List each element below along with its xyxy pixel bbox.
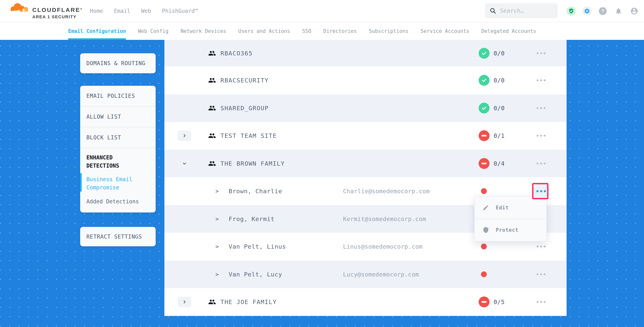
- context-menu-label: Edit: [496, 205, 509, 211]
- user-chevron: >: [216, 271, 219, 278]
- sidebar-card-domains-routing[interactable]: DOMAINS & ROUTING: [80, 53, 156, 73]
- user-name: Van Pelt, Linus: [228, 243, 286, 250]
- status-dot-blocked: [481, 271, 487, 277]
- sidebar-item-retract-settings[interactable]: RETRACT SETTINGS: [86, 234, 142, 240]
- status-badge-ok: [478, 103, 490, 113]
- nav-link-web[interactable]: Web: [141, 8, 151, 14]
- search-box[interactable]: [485, 3, 558, 18]
- table-row-group-shared-group[interactable]: SHARED_GROUP 0/0: [164, 94, 566, 122]
- nav-link-phishguard[interactable]: PhishGuard™: [162, 8, 198, 14]
- group-icon: [208, 49, 216, 57]
- protection-count: 0/0: [494, 105, 505, 111]
- status-badge-ok: [478, 75, 490, 86]
- content-area: DOMAINS & ROUTING EMAIL POLICIES ALLOW L…: [0, 40, 644, 327]
- group-icon: [208, 76, 216, 84]
- help-icon[interactable]: ?: [598, 6, 608, 16]
- table-row-group-the-joe-family[interactable]: THE JOE FAMILY 0/5: [164, 288, 566, 316]
- status-badge-ok: [478, 48, 490, 59]
- tab-email-configuration[interactable]: Email Configuration: [68, 22, 126, 40]
- context-menu-item-edit[interactable]: Edit: [475, 197, 546, 219]
- avatar-icon[interactable]: [630, 6, 639, 16]
- header-nav: Home Email Web PhishGuard™: [90, 0, 198, 22]
- user-name: Frog, Kermit: [228, 215, 274, 222]
- group-icon: [208, 104, 216, 112]
- row-menu-button[interactable]: [533, 45, 549, 61]
- row-menu-button-open[interactable]: [533, 183, 549, 199]
- row-menu-button[interactable]: [533, 294, 549, 310]
- header-icons: ?: [566, 0, 639, 22]
- tab-sso[interactable]: SSO: [302, 22, 311, 40]
- protection-count: 0/4: [494, 160, 505, 167]
- status-badge-blocked: [478, 297, 490, 307]
- table-row-group-rbacsecurity[interactable]: RBACSECURITY 0/0: [164, 66, 566, 94]
- chevron-right-icon: [182, 300, 186, 304]
- protection-count: 0/0: [494, 50, 505, 56]
- context-menu-label: Protect: [496, 227, 518, 233]
- group-name: RBACO365: [220, 50, 252, 57]
- status-badge-blocked: [478, 158, 490, 169]
- nav-link-home[interactable]: Home: [90, 8, 103, 14]
- expand-row-button[interactable]: [178, 297, 191, 307]
- sidebar-item-domains-routing[interactable]: DOMAINS & ROUTING: [86, 60, 146, 66]
- collapse-row-button[interactable]: [178, 158, 191, 169]
- section-tabbar: Email Configuration Web Config Network D…: [0, 22, 644, 40]
- status-dot-blocked: [481, 244, 487, 249]
- brand-text: CLOUDFLARE® AREA 1 SECURITY: [32, 1, 82, 19]
- cloudflare-cloud-icon: [9, 2, 30, 12]
- tab-network-devices[interactable]: Network Devices: [180, 22, 226, 40]
- tab-delegated-accounts[interactable]: Delegated Accounts: [481, 22, 536, 40]
- nav-link-email[interactable]: Email: [114, 8, 130, 14]
- shield-icon: [482, 227, 489, 233]
- brand-name: CLOUDFLARE®: [32, 6, 82, 13]
- table-row-user-van-pelt-lucy[interactable]: > Van Pelt, Lucy Lucy@somedemocorp.com: [164, 261, 566, 288]
- expand-row-button[interactable]: [178, 130, 191, 141]
- user-name: Brown, Charlie: [228, 188, 282, 195]
- sidebar-card-policies: EMAIL POLICIES ALLOW LIST BLOCK LIST ENH…: [80, 86, 156, 213]
- sidebar-group-enhanced-detections: ENHANCED DETECTIONS Business Email Compr…: [80, 148, 156, 206]
- user-chevron: >: [216, 243, 219, 250]
- sidebar-item-business-email-compromise[interactable]: Business Email Compromise: [86, 175, 139, 192]
- registered-mark: ®: [80, 7, 82, 10]
- group-icon: [208, 132, 216, 140]
- tab-service-accounts[interactable]: Service Accounts: [421, 22, 469, 40]
- table-row-group-the-brown-family[interactable]: THE BROWN FAMILY 0/4: [164, 150, 566, 178]
- protection-count: 0/1: [494, 132, 505, 139]
- sidebar-item-block-list[interactable]: BLOCK LIST: [80, 127, 156, 148]
- table-row-group-rbaco365[interactable]: RBACO365 0/0: [164, 40, 566, 66]
- row-menu-button[interactable]: [533, 267, 549, 282]
- bell-icon[interactable]: [614, 6, 623, 16]
- sidebar-item-allow-list[interactable]: ALLOW LIST: [80, 106, 156, 127]
- search-input[interactable]: [500, 7, 548, 14]
- chevron-right-icon: [182, 134, 186, 138]
- cloudflare-logo[interactable]: CLOUDFLARE® AREA 1 SECURITY: [9, 1, 82, 19]
- row-menu-button[interactable]: [533, 100, 549, 116]
- row-menu-button[interactable]: [533, 156, 549, 171]
- user-email: Lucy@somedemocorp.com: [343, 271, 419, 278]
- user-email: Kermit@somedemocorp.com: [343, 215, 426, 222]
- tab-web-config[interactable]: Web Config: [138, 22, 168, 40]
- protection-count: 0/5: [494, 299, 505, 306]
- sidebar-card-retract-settings[interactable]: RETRACT SETTINGS: [80, 227, 156, 246]
- context-menu-item-protect[interactable]: Protect: [475, 219, 546, 241]
- area1-security-app: CLOUDFLARE® AREA 1 SECURITY Home Email W…: [0, 0, 644, 327]
- group-name: TEST TEAM SITE: [220, 132, 277, 139]
- tab-users-and-actions[interactable]: Users and Actions: [238, 22, 290, 40]
- brand-subtitle: AREA 1 SECURITY: [32, 14, 82, 19]
- group-name: RBACSECURITY: [220, 77, 269, 84]
- group-icon: [208, 298, 216, 306]
- group-icon: [208, 160, 216, 167]
- status-dot-blocked: [481, 188, 487, 194]
- user-email: Linus@somedemocorp.com: [343, 243, 422, 250]
- row-menu-button[interactable]: [533, 128, 549, 143]
- user-email: Charlie@somedemocorp.com: [343, 188, 430, 195]
- gear-icon[interactable]: [582, 6, 592, 16]
- shield-check-icon[interactable]: [566, 6, 576, 16]
- table-row-group-test-team-site[interactable]: TEST TEAM SITE 0/1: [164, 122, 566, 150]
- row-menu-button[interactable]: [533, 72, 549, 88]
- tab-directories[interactable]: Directories: [323, 22, 357, 40]
- sidebar-item-enhanced-detections[interactable]: ENHANCED DETECTIONS: [86, 154, 135, 170]
- search-icon: [490, 7, 496, 14]
- tab-subscriptions[interactable]: Subscriptions: [369, 22, 408, 40]
- sidebar-item-added-detections[interactable]: Added Detections: [86, 198, 150, 206]
- sidebar-item-email-policies[interactable]: EMAIL POLICIES: [80, 86, 156, 106]
